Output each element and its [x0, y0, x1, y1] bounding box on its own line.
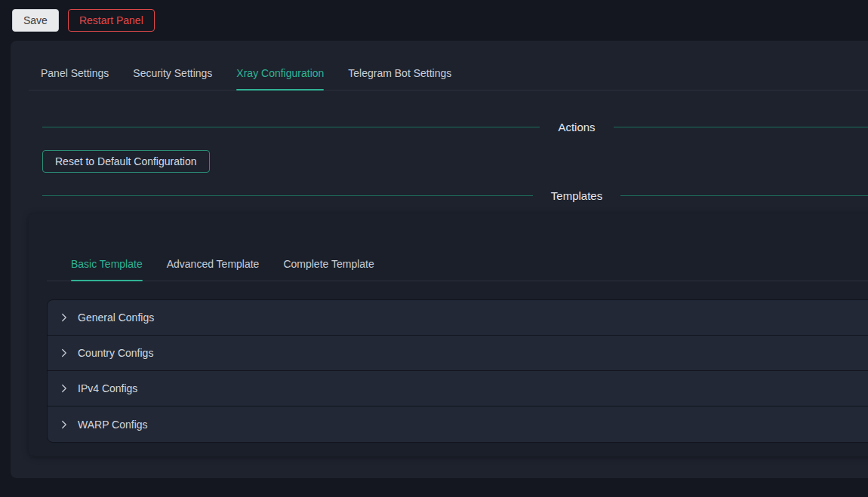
- config-collapse-list: General Configs Country Configs IPv4 Con…: [47, 299, 868, 443]
- actions-divider-label: Actions: [540, 121, 613, 133]
- actions-divider: Actions: [42, 121, 868, 133]
- chevron-right-icon: [60, 420, 69, 429]
- template-tabs: Basic Template Advanced Template Complet…: [47, 247, 868, 281]
- chevron-right-icon: [60, 384, 69, 393]
- tab-complete-template[interactable]: Complete Template: [283, 247, 374, 281]
- templates-divider-label: Templates: [533, 189, 620, 202]
- templates-card: Basic Template Advanced Template Complet…: [29, 213, 868, 456]
- collapse-ipv4-configs[interactable]: IPv4 Configs: [48, 371, 868, 406]
- chevron-right-icon: [60, 348, 69, 357]
- collapse-item-label: WARP Configs: [78, 419, 148, 431]
- save-button[interactable]: Save: [12, 9, 59, 32]
- tab-xray-configuration[interactable]: Xray Configuration: [236, 56, 324, 90]
- collapse-country-configs[interactable]: Country Configs: [48, 336, 868, 371]
- collapse-general-configs[interactable]: General Configs: [48, 300, 868, 336]
- tab-telegram-bot-settings[interactable]: Telegram Bot Settings: [348, 56, 451, 90]
- collapse-item-label: Country Configs: [78, 347, 153, 359]
- chevron-right-icon: [60, 313, 69, 322]
- restart-panel-button[interactable]: Restart Panel: [68, 9, 155, 32]
- collapse-item-label: General Configs: [78, 311, 154, 324]
- main-tabs: Panel Settings Security Settings Xray Co…: [29, 56, 868, 91]
- reset-default-config-button[interactable]: Reset to Default Configuration: [42, 150, 210, 173]
- tab-security-settings[interactable]: Security Settings: [133, 56, 212, 90]
- top-toolbar: Save Restart Panel: [0, 0, 868, 41]
- settings-card: Panel Settings Security Settings Xray Co…: [11, 41, 868, 478]
- templates-divider: Templates: [42, 189, 868, 202]
- collapse-warp-configs[interactable]: WARP Configs: [48, 406, 868, 442]
- tab-advanced-template[interactable]: Advanced Template: [167, 247, 260, 281]
- tab-panel-settings[interactable]: Panel Settings: [41, 56, 109, 90]
- collapse-item-label: IPv4 Configs: [78, 382, 137, 394]
- tab-basic-template[interactable]: Basic Template: [71, 247, 143, 281]
